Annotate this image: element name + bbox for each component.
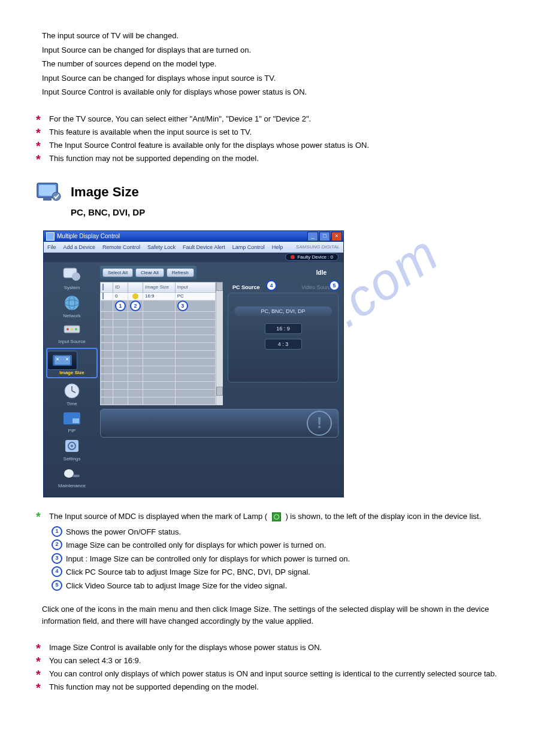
- close-button[interactable]: ×: [331, 232, 342, 241]
- header-checkbox[interactable]: [102, 284, 104, 290]
- menubar: File Add a Device Remote Control Safety …: [44, 242, 343, 253]
- star-icon: *: [36, 669, 44, 681]
- row-checkbox[interactable]: [102, 312, 104, 318]
- sub-heading: PC, BNC, DVI, DP: [71, 207, 499, 217]
- select-all-button[interactable]: Select All: [102, 268, 133, 277]
- svg-rect-14: [55, 356, 70, 365]
- menu-safety-lock[interactable]: Safety Lock: [147, 244, 176, 250]
- fault-dot-icon: [291, 255, 295, 259]
- row-checkbox[interactable]: [102, 374, 104, 381]
- svg-point-20: [71, 445, 73, 447]
- row-checkbox[interactable]: [102, 327, 104, 334]
- menu-help[interactable]: Help: [272, 244, 283, 250]
- menu-fault-alert[interactable]: Fault Device Alert: [183, 244, 225, 250]
- network-icon: [46, 294, 98, 312]
- badge-3: 3: [177, 300, 188, 311]
- idle-status: Idle: [316, 269, 338, 276]
- intro-line: The number of sources depend on the mode…: [42, 58, 499, 70]
- lamp-note: * The Input source of MDC is displayed w…: [36, 511, 499, 523]
- svg-point-10: [67, 328, 69, 330]
- sidebar-item-system[interactable]: System: [46, 266, 98, 290]
- scroll-down-icon[interactable]: [216, 387, 223, 396]
- row-checkbox[interactable]: [102, 351, 104, 357]
- cell-image-size: 16:9: [143, 292, 176, 300]
- num-text: Click PC Source tab to adjust Image Size…: [66, 566, 310, 578]
- maximize-button[interactable]: □: [319, 232, 330, 241]
- svg-point-3: [52, 192, 61, 201]
- menu-lamp-control[interactable]: Lamp Control: [232, 244, 265, 250]
- device-table-panel: ID Image Size Input 0 16:9 PC: [100, 282, 223, 405]
- num-text: Shows the power On/OFF status.: [66, 526, 181, 538]
- svg-rect-22: [72, 475, 80, 477]
- settings-icon: [46, 437, 98, 455]
- svg-point-11: [71, 328, 73, 330]
- badge-1: 1: [115, 300, 126, 311]
- table-row[interactable]: 0 16:9 PC: [101, 292, 216, 300]
- row-checkbox[interactable]: [102, 390, 104, 396]
- lamp-note-text: The Input source of MDC is displayed whe…: [49, 511, 481, 523]
- badge-2: 2: [130, 300, 141, 311]
- num-3-icon: 3: [52, 553, 62, 564]
- fault-pill[interactable]: Faulty Device : 0: [285, 253, 338, 261]
- row-checkbox[interactable]: [102, 293, 104, 299]
- alert-icon: !: [307, 411, 332, 436]
- col-input: Input: [175, 282, 215, 292]
- sidebar-item-pip[interactable]: PIP: [46, 410, 98, 433]
- menu-file[interactable]: File: [47, 244, 56, 250]
- intro-line: Input Source can be changed for displays…: [42, 72, 499, 84]
- clear-all-button[interactable]: Clear All: [135, 268, 164, 277]
- tab-bar: PC Source 4 Video Source 5: [228, 282, 338, 293]
- row-checkbox[interactable]: [102, 397, 104, 404]
- row-checkbox[interactable]: [102, 359, 104, 365]
- row-checkbox[interactable]: [102, 366, 104, 373]
- row-checkbox[interactable]: [102, 343, 104, 350]
- note-text: For the TV source, You can select either…: [49, 114, 311, 125]
- minimize-button[interactable]: _: [307, 232, 318, 241]
- sidebar-item-settings[interactable]: Settings: [46, 437, 98, 462]
- menu-remote-control[interactable]: Remote Control: [102, 244, 140, 250]
- star-icon: *: [36, 642, 44, 654]
- menu-add-device[interactable]: Add a Device: [64, 244, 96, 250]
- num-text: Click Video Source tab to adjust Image S…: [66, 580, 287, 592]
- notes-top-list: *For the TV source, You can select eithe…: [36, 114, 499, 165]
- num-5-icon: 5: [52, 580, 62, 591]
- intro-block: The input source of TV will be changed. …: [36, 30, 499, 98]
- row-checkbox[interactable]: [102, 382, 104, 388]
- app-icon: [46, 232, 55, 241]
- sidebar-item-network[interactable]: Network: [46, 294, 98, 318]
- intro-line: The input source of TV will be changed.: [42, 30, 499, 42]
- refresh-button[interactable]: Refresh: [167, 268, 194, 277]
- row-checkbox[interactable]: [102, 335, 104, 342]
- sidebar-item-image-size[interactable]: Image Size: [46, 348, 98, 378]
- col-image-size: Image Size: [143, 282, 176, 292]
- star-icon: *: [36, 153, 44, 165]
- tab-pc-source[interactable]: PC Source: [228, 282, 265, 293]
- note-text: Image Size Control is available only for…: [49, 642, 322, 654]
- section-heading: Image Size: [36, 182, 499, 202]
- maintenance-icon: [46, 465, 98, 482]
- heading-text: Image Size: [71, 184, 139, 200]
- sidebar-item-maintenance[interactable]: Maintenance: [46, 465, 98, 488]
- badge-4: 4: [266, 280, 277, 291]
- scroll-up-icon[interactable]: [216, 282, 223, 291]
- row-checkbox[interactable]: [102, 302, 104, 309]
- cell-input: PC: [175, 292, 215, 300]
- note-text: This function may not be supported depen…: [49, 153, 259, 165]
- badge-5: 5: [329, 280, 340, 291]
- note-text: The Input Source Control feature is avai…: [49, 140, 369, 151]
- intro-line: Input Source can be changed for displays…: [42, 44, 499, 56]
- image-size-icon: [47, 351, 77, 370]
- time-icon: [46, 382, 98, 400]
- ratio-16-9-button[interactable]: 16 : 9: [265, 323, 302, 334]
- sidebar: System Network Input Source Image Size T…: [44, 262, 100, 497]
- sidebar-item-time[interactable]: Time: [46, 382, 98, 406]
- cell-id: 0: [113, 292, 128, 300]
- table-scrollbar[interactable]: [216, 282, 223, 405]
- note-text: This feature is available when the input…: [49, 127, 252, 138]
- svg-point-5: [72, 272, 80, 281]
- row-checkbox[interactable]: [102, 320, 104, 326]
- num-text: Input : Image Size can be controlled onl…: [66, 553, 350, 565]
- ratio-4-3-button[interactable]: 4 : 3: [265, 339, 302, 350]
- window-title: Multiple Display Control: [57, 233, 120, 239]
- sidebar-item-input-source[interactable]: Input Source: [46, 322, 98, 344]
